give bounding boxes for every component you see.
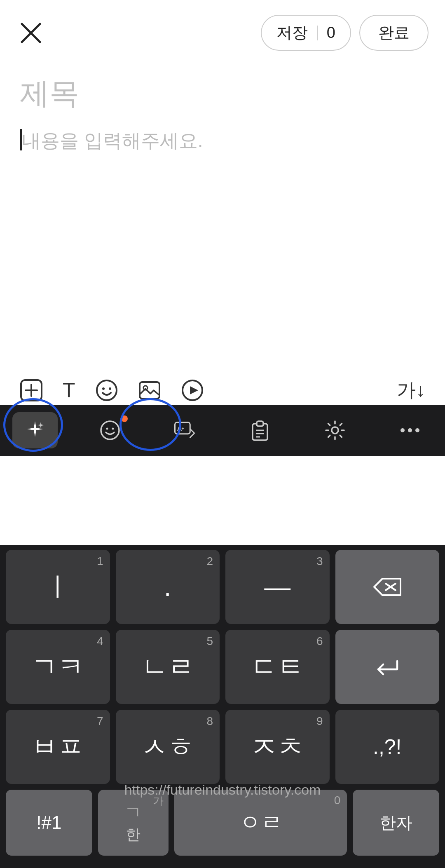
emoji-toolbar-button[interactable] (95, 379, 118, 402)
svg-point-7 (109, 387, 111, 390)
svg-rect-19 (257, 421, 263, 426)
key-8-sh[interactable]: 8 ㅅㅎ (116, 710, 220, 784)
key-7-bp[interactable]: 7 ㅂㅍ (6, 710, 110, 784)
key-number: 2 (206, 555, 213, 568)
key-9-jch[interactable]: 9 ㅈㅊ (225, 710, 330, 784)
key-1-bar[interactable]: 1 ㅣ (6, 550, 110, 624)
settings-tool-button[interactable] (312, 412, 358, 448)
svg-point-12 (101, 421, 119, 439)
key-label: — (264, 574, 290, 600)
keyboard-icon: 가↓ (397, 378, 425, 403)
translate-tool-button[interactable]: A + (162, 412, 208, 448)
svg-point-6 (102, 387, 105, 390)
key-sym[interactable]: !#1 (6, 790, 92, 856)
close-button[interactable] (16, 19, 45, 47)
svg-point-5 (97, 380, 117, 400)
clipboard-tool-button[interactable] (237, 412, 283, 448)
key-space[interactable]: 0 ㅇㄹ (174, 790, 347, 856)
toolbar-right[interactable]: 가↓ (397, 378, 425, 403)
key-label: .,?! (373, 737, 401, 757)
key-label: ㅣ (44, 574, 71, 600)
keyboard-row-2: 4 ㄱㅋ 5 ㄴㄹ 6 ㄷㅌ (6, 630, 439, 704)
url-bar: https://futureindustry.tistory.com (0, 782, 445, 798)
hanja-label: 한자 (379, 812, 412, 834)
space-label: ㅇㄹ (239, 808, 282, 837)
key-4-gk[interactable]: 4 ㄱㅋ (6, 630, 110, 704)
key-backspace[interactable] (335, 550, 440, 624)
save-count: 0 (327, 24, 335, 42)
top-bar: 저장 0 완료 (0, 0, 445, 59)
top-right-actions: 저장 0 완료 (261, 15, 429, 51)
key-enter[interactable] (335, 630, 440, 704)
keyboard: 1 ㅣ 2 . 3 — 4 ㄱㅋ 5 ㄴㄹ 6 (0, 545, 445, 868)
key-3-dash[interactable]: 3 — (225, 550, 330, 624)
key-label: ㄴㄹ (141, 654, 194, 680)
key-label: ㅂㅍ (31, 734, 84, 760)
key-6-dt[interactable]: 6 ㄷㅌ (225, 630, 330, 704)
svg-point-13 (106, 428, 108, 430)
key-5-nr[interactable]: 5 ㄴㄹ (116, 630, 220, 704)
content-area[interactable]: 내용을 입력해주세요. (20, 127, 425, 154)
svg-point-23 (332, 427, 338, 434)
text-icon: T (63, 378, 75, 402)
key-label: ㄷㅌ (251, 654, 304, 680)
keyboard-row-3: 7 ㅂㅍ 8 ㅅㅎ 9 ㅈㅊ .,?! (6, 710, 439, 784)
keyboard-row-1: 1 ㅣ 2 . 3 — (6, 550, 439, 624)
key-number: 6 (316, 635, 323, 648)
add-block-button[interactable] (20, 379, 43, 402)
key-number: 9 (316, 715, 323, 728)
save-button[interactable]: 저장 0 (261, 15, 351, 51)
key-hanja[interactable]: 한자 (353, 790, 439, 856)
lang-sub2-label: ㄱ (124, 801, 142, 824)
orange-dot-badge (121, 415, 128, 422)
image-toolbar-button[interactable] (138, 379, 161, 402)
keyboard-toggle-button[interactable]: 가↓ (397, 378, 425, 403)
key-number: 7 (97, 715, 103, 728)
keyboard-tools-row: A + (0, 405, 445, 456)
lang-main-label: 한 (126, 825, 141, 845)
save-label: 저장 (276, 22, 308, 43)
url-text: https://futureindustry.tistory.com (124, 782, 321, 798)
text-format-button[interactable]: T (63, 378, 75, 402)
key-label: ㅅㅎ (141, 734, 194, 760)
keyboard-row-bottom: !#1 가 ㄱ 한 0 ㅇㄹ 한자 (6, 790, 439, 856)
key-number: 4 (97, 635, 103, 648)
key-label: ㄱㅋ (31, 654, 84, 680)
done-label: 완료 (378, 24, 410, 41)
key-label: ㅈㅊ (251, 734, 304, 760)
key-punct[interactable]: .,?! (335, 710, 440, 784)
toolbar-left: T (20, 378, 204, 402)
svg-point-14 (112, 428, 114, 430)
sparkle-tool-button[interactable] (12, 412, 58, 448)
key-2-dot[interactable]: 2 . (116, 550, 220, 624)
key-number: 8 (206, 715, 213, 728)
emoji-tool-button[interactable] (87, 412, 133, 448)
save-divider (317, 26, 318, 40)
content-placeholder: 내용을 입력해주세요. (22, 127, 203, 154)
play-toolbar-button[interactable] (181, 379, 204, 402)
svg-text:+: + (181, 426, 184, 432)
key-lang[interactable]: 가 ㄱ 한 (98, 790, 169, 856)
done-button[interactable]: 완료 (359, 15, 429, 51)
more-tools-button[interactable] (387, 412, 433, 448)
key-number: 3 (316, 555, 323, 568)
sym-label: !#1 (36, 812, 61, 833)
title-input[interactable]: 제목 (20, 75, 425, 111)
three-dots-icon (400, 428, 419, 432)
key-number: 5 (206, 635, 213, 648)
svg-marker-11 (190, 386, 198, 394)
key-number: 1 (97, 555, 103, 568)
key-label: . (164, 574, 171, 600)
svg-rect-8 (140, 382, 159, 399)
